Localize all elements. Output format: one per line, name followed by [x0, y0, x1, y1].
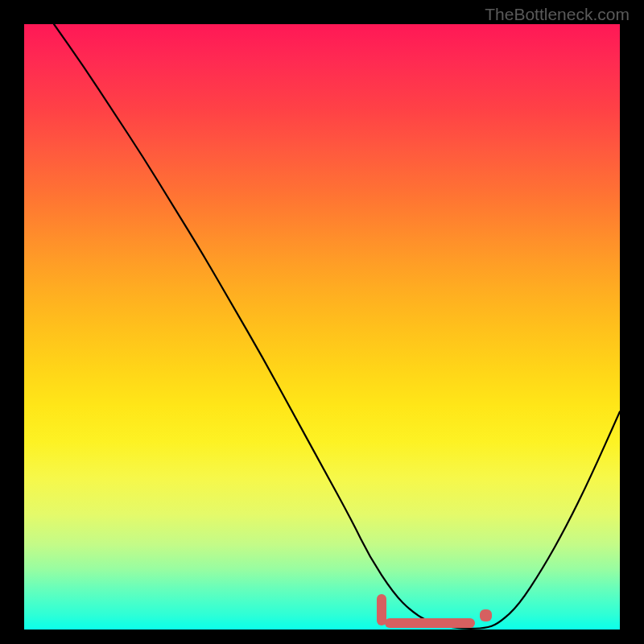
chart-marker: [480, 609, 492, 621]
chart-marker: [385, 618, 475, 627]
watermark-text: TheBottleneck.com: [485, 5, 630, 24]
chart-curve: [24, 24, 620, 630]
